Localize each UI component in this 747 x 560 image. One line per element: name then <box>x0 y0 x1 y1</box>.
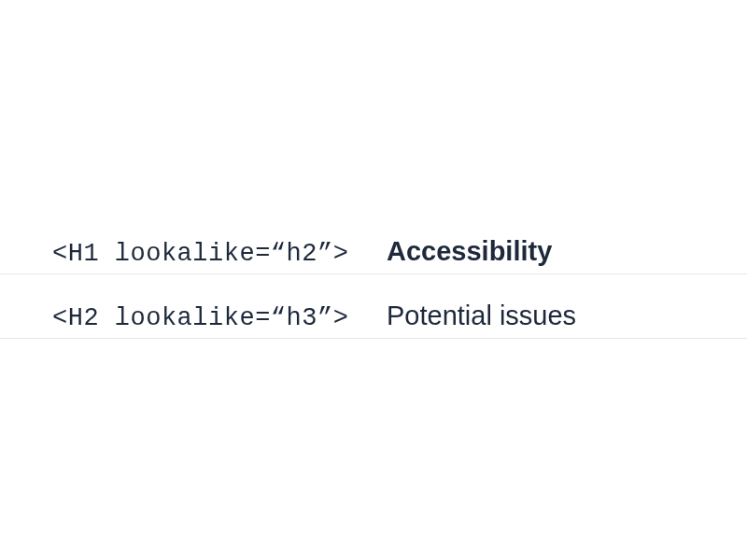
heading-text-h1: Accessibility <box>387 236 552 267</box>
heading-row-h2: <H2 lookalike=“h3”> Potential issues <box>0 301 747 339</box>
heading-text-h2: Potential issues <box>387 301 576 331</box>
heading-row-h1: <H1 lookalike=“h2”> Accessibility <box>0 236 747 274</box>
code-label-h1: <H1 lookalike=“h2”> <box>52 240 387 268</box>
code-label-h2: <H2 lookalike=“h3”> <box>52 304 387 332</box>
heading-examples: <H1 lookalike=“h2”> Accessibility <H2 lo… <box>0 236 747 339</box>
